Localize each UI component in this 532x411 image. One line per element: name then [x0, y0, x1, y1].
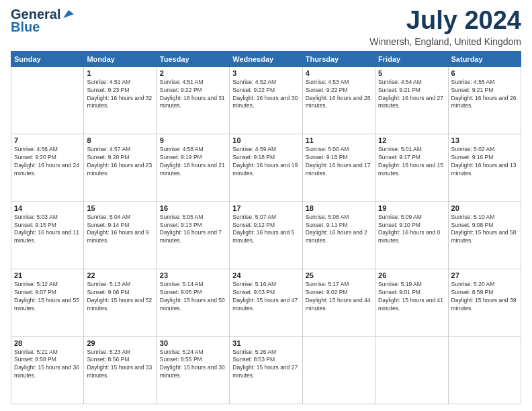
daylight-text: Daylight: 15 hours and 52 minutes. [87, 297, 152, 312]
day-number: 27 [451, 271, 518, 279]
calendar-week-row: 14 Sunrise: 5:03 AM Sunset: 9:15 PM Dayl… [11, 201, 521, 269]
day-info: Sunrise: 5:19 AM Sunset: 9:01 PM Dayligh… [378, 281, 445, 313]
table-row: 24 Sunrise: 5:16 AM Sunset: 9:03 PM Dayl… [230, 269, 302, 336]
sunset-text: Sunset: 9:07 PM [14, 289, 56, 295]
sunset-text: Sunset: 9:01 PM [378, 289, 420, 295]
sunset-text: Sunset: 9:18 PM [306, 154, 348, 161]
day-number: 2 [160, 69, 226, 77]
table-row [11, 66, 84, 134]
sunset-text: Sunset: 9:21 PM [378, 87, 420, 93]
day-number: 1 [87, 69, 153, 77]
col-saturday: Saturday [448, 51, 521, 66]
table-row: 12 Sunrise: 5:01 AM Sunset: 9:17 PM Dayl… [375, 134, 448, 201]
table-row: 15 Sunrise: 5:04 AM Sunset: 9:14 PM Dayl… [84, 201, 157, 269]
daylight-text: Daylight: 16 hours and 27 minutes. [378, 95, 443, 109]
daylight-text: Daylight: 16 hours and 17 minutes. [306, 162, 371, 177]
day-number: 28 [14, 339, 81, 347]
daylight-text: Daylight: 16 hours and 2 minutes. [306, 229, 367, 244]
sunset-text: Sunset: 9:22 PM [306, 87, 348, 93]
sunrise-text: Sunrise: 5:05 AM [160, 214, 204, 220]
page: General Blue July 2024 Winnersh, England… [0, 0, 532, 411]
daylight-text: Daylight: 16 hours and 30 minutes. [232, 95, 298, 109]
day-number: 31 [232, 339, 299, 347]
sunset-text: Sunset: 8:58 PM [14, 356, 56, 363]
sunset-text: Sunset: 9:11 PM [306, 222, 348, 228]
day-info: Sunrise: 4:56 AM Sunset: 9:20 PM Dayligh… [14, 146, 81, 178]
day-info: Sunrise: 5:00 AM Sunset: 9:18 PM Dayligh… [306, 146, 372, 178]
day-info: Sunrise: 5:07 AM Sunset: 9:12 PM Dayligh… [232, 214, 299, 246]
table-row: 16 Sunrise: 5:05 AM Sunset: 9:13 PM Dayl… [157, 201, 229, 269]
col-wednesday: Wednesday [230, 51, 302, 66]
day-info: Sunrise: 4:55 AM Sunset: 9:21 PM Dayligh… [451, 79, 518, 111]
day-info: Sunrise: 5:13 AM Sunset: 9:06 PM Dayligh… [87, 281, 153, 313]
sunset-text: Sunset: 9:02 PM [306, 289, 348, 295]
day-number: 15 [87, 204, 153, 212]
sunset-text: Sunset: 9:22 PM [160, 87, 202, 93]
sunset-text: Sunset: 9:08 PM [451, 222, 494, 228]
table-row: 2 Sunrise: 4:51 AM Sunset: 9:22 PM Dayli… [157, 66, 229, 134]
sunrise-text: Sunrise: 5:08 AM [306, 214, 349, 220]
day-number: 18 [306, 204, 372, 212]
daylight-text: Daylight: 16 hours and 5 minutes. [232, 229, 294, 244]
sunset-text: Sunset: 9:17 PM [378, 154, 420, 161]
sunset-text: Sunset: 9:16 PM [451, 154, 494, 161]
col-monday: Monday [84, 51, 157, 66]
daylight-text: Daylight: 16 hours and 19 minutes. [232, 162, 298, 177]
sunrise-text: Sunrise: 5:07 AM [232, 214, 276, 220]
daylight-text: Daylight: 15 hours and 39 minutes. [451, 297, 517, 312]
daylight-text: Daylight: 15 hours and 55 minutes. [14, 297, 79, 312]
sunrise-text: Sunrise: 5:09 AM [378, 214, 422, 220]
day-number: 23 [160, 271, 226, 279]
day-number: 13 [451, 136, 518, 144]
table-row [375, 336, 448, 404]
sunset-text: Sunset: 9:18 PM [232, 154, 275, 161]
sunset-text: Sunset: 9:03 PM [232, 289, 275, 295]
day-number: 11 [306, 136, 372, 144]
col-friday: Friday [375, 51, 448, 66]
day-info: Sunrise: 5:08 AM Sunset: 9:11 PM Dayligh… [306, 214, 372, 246]
day-info: Sunrise: 4:51 AM Sunset: 9:23 PM Dayligh… [87, 79, 153, 111]
sunset-text: Sunset: 9:10 PM [378, 222, 420, 228]
table-row: 22 Sunrise: 5:13 AM Sunset: 9:06 PM Dayl… [84, 269, 157, 336]
sunrise-text: Sunrise: 4:52 AM [232, 79, 276, 85]
sunrise-text: Sunrise: 4:51 AM [160, 79, 204, 85]
day-number: 10 [232, 136, 299, 144]
sunrise-text: Sunrise: 5:21 AM [14, 349, 58, 355]
calendar-week-row: 21 Sunrise: 5:12 AM Sunset: 9:07 PM Dayl… [11, 269, 521, 336]
day-number: 8 [87, 136, 153, 144]
col-thursday: Thursday [302, 51, 375, 66]
daylight-text: Daylight: 15 hours and 33 minutes. [87, 364, 152, 379]
daylight-text: Daylight: 16 hours and 9 minutes. [87, 229, 148, 244]
sunrise-text: Sunrise: 4:58 AM [160, 146, 204, 152]
col-tuesday: Tuesday [157, 51, 229, 66]
sunrise-text: Sunrise: 5:13 AM [87, 281, 130, 287]
day-number: 3 [232, 69, 299, 77]
sunset-text: Sunset: 8:59 PM [451, 289, 494, 295]
day-info: Sunrise: 4:58 AM Sunset: 9:19 PM Dayligh… [160, 146, 226, 178]
table-row [302, 336, 375, 404]
table-row: 13 Sunrise: 5:02 AM Sunset: 9:16 PM Dayl… [448, 134, 521, 201]
day-info: Sunrise: 5:10 AM Sunset: 9:08 PM Dayligh… [451, 214, 518, 246]
table-row: 23 Sunrise: 5:14 AM Sunset: 9:05 PM Dayl… [157, 269, 229, 336]
day-info: Sunrise: 4:57 AM Sunset: 9:20 PM Dayligh… [87, 146, 153, 178]
table-row: 8 Sunrise: 4:57 AM Sunset: 9:20 PM Dayli… [84, 134, 157, 201]
daylight-text: Daylight: 15 hours and 30 minutes. [160, 364, 225, 379]
daylight-text: Daylight: 16 hours and 13 minutes. [451, 162, 517, 177]
day-number: 7 [14, 136, 81, 144]
day-info: Sunrise: 5:23 AM Sunset: 8:56 PM Dayligh… [87, 349, 153, 381]
daylight-text: Daylight: 16 hours and 21 minutes. [160, 162, 225, 177]
logo-bird-icon [62, 7, 74, 19]
day-info: Sunrise: 5:26 AM Sunset: 8:53 PM Dayligh… [232, 349, 299, 381]
sunrise-text: Sunrise: 4:51 AM [87, 79, 130, 85]
sunrise-text: Sunrise: 4:57 AM [87, 146, 130, 152]
sunrise-text: Sunrise: 5:24 AM [160, 349, 204, 355]
sunset-text: Sunset: 9:14 PM [87, 222, 129, 228]
daylight-text: Daylight: 16 hours and 31 minutes. [160, 95, 225, 109]
daylight-text: Daylight: 15 hours and 41 minutes. [378, 297, 443, 312]
calendar-week-row: 28 Sunrise: 5:21 AM Sunset: 8:58 PM Dayl… [11, 336, 521, 404]
table-row: 26 Sunrise: 5:19 AM Sunset: 9:01 PM Dayl… [375, 269, 448, 336]
day-number: 25 [306, 271, 372, 279]
day-info: Sunrise: 4:52 AM Sunset: 9:22 PM Dayligh… [232, 79, 299, 111]
daylight-text: Daylight: 15 hours and 47 minutes. [232, 297, 298, 312]
day-number: 9 [160, 136, 226, 144]
